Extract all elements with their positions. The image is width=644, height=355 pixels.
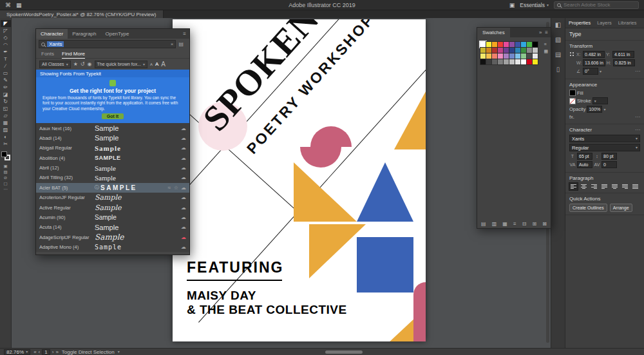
paintbrush-tool[interactable]: ✎ [1,77,11,84]
apple-menu-icon[interactable]: ⌘ [5,2,11,8]
panel-menu-icon[interactable]: ≡ [545,30,548,35]
arrange-button[interactable]: Arrange [610,204,632,212]
tab-paragraph[interactable]: Paragraph [68,29,100,39]
artboard-number-field[interactable]: 1 [42,349,50,355]
lasso-tool[interactable]: ◠ [1,41,11,48]
font-size-field[interactable]: 65 pt [577,153,592,160]
swatch-libraries-icon[interactable]: ▤ [481,221,486,227]
font-list-item[interactable]: Acumin (90)Sample☁ [36,213,189,222]
search-options-icon[interactable]: ▤ [178,41,187,47]
similar-fonts-icon[interactable]: ≈ [163,185,171,191]
swatch[interactable] [480,53,486,59]
swatch[interactable] [504,59,509,64]
font-list-item[interactable]: Adaptive Mono (4)Sample☁ [36,242,189,252]
direct-selection-tool[interactable]: ◸ [1,27,11,34]
h-field[interactable]: 0.825 in [613,59,635,66]
fill-swatch[interactable] [1,151,7,157]
artboard[interactable]: SPOKENWORD POETRY WORKSHOP FEATURING MAI… [173,19,426,341]
swatch[interactable] [533,42,538,47]
w-field[interactable]: 13.606 in [583,59,605,66]
rectangle-tool[interactable]: ▭ [1,70,11,77]
activate-font-icon[interactable]: ☁ [178,165,186,171]
blend-tool[interactable]: ◐ [1,133,11,140]
swatch-options-icon[interactable]: ≡ [513,221,516,227]
document-tab[interactable]: SpokenWordsPoetry_Poster.ai* @ 82.76% (C… [0,10,164,18]
tab-character[interactable]: Character [36,29,68,39]
app-grid-icon[interactable]: ▦ [16,2,22,8]
swatch[interactable] [486,53,491,59]
tracking-field[interactable]: 0 [601,161,617,168]
swatch[interactable] [521,42,526,47]
swatch[interactable] [504,42,509,47]
pen-tool[interactable]: ✒ [1,48,11,55]
activated-filter-icon[interactable]: ◉ [88,61,92,67]
more-options-icon[interactable]: ⋯ [635,114,640,120]
first-artboard-icon[interactable]: « [33,349,36,355]
more-options-icon[interactable]: ⋯ [635,68,640,74]
font-list-item[interactable]: Active RegularSample☁ [36,202,189,212]
clear-search-icon[interactable]: × [171,41,174,47]
swatch[interactable] [498,59,503,64]
activate-font-icon[interactable]: ☁ [178,224,186,230]
tab-fonts[interactable]: Fonts [41,50,54,59]
font-style-select[interactable]: Regular ▾ [569,144,640,151]
font-family-select[interactable]: Xants ▾ [569,135,640,142]
none-mode-icon[interactable]: ⊘ [1,175,11,180]
eraser-tool[interactable]: ◪ [1,91,11,98]
opacity-field[interactable]: 100% [587,106,602,113]
color-mode-icon[interactable]: ▣ [1,163,11,169]
fill-color-swatch[interactable] [569,90,576,96]
got-it-button[interactable]: Got It [102,113,124,119]
swatch[interactable] [521,53,526,59]
activate-font-icon[interactable]: ☁ [178,215,186,220]
font-list-item[interactable]: AcroterionJF RegularSample☁ [36,193,189,202]
font-list-item[interactable]: Acuta (14)Sample☁ [36,222,189,232]
tab-swatches[interactable]: Swatches [477,28,510,37]
activate-font-icon[interactable]: ☁ [178,185,186,191]
font-search-input[interactable]: Xants × [39,40,176,48]
tab-libraries[interactable]: Libraries [615,20,640,26]
swatch[interactable] [486,42,491,47]
align-right-button[interactable] [590,183,598,190]
sample-size-large-button[interactable]: A [161,61,166,68]
swatch[interactable] [492,48,497,53]
swatch[interactable] [509,42,515,47]
scissors-tool[interactable]: ✂ [1,140,11,148]
stroke-color-swatch[interactable] [569,98,576,104]
activate-font-icon[interactable]: ☁ [178,145,186,151]
delete-swatch-icon[interactable]: ⊠ [542,221,547,227]
more-options-icon[interactable]: ⋯ [635,127,640,133]
tab-opentype[interactable]: OpenType [100,29,133,39]
font-list-item[interactable]: Abigail RegularSample☁ [36,143,189,153]
reference-point-selector[interactable] [569,52,575,57]
swatch[interactable] [480,59,486,64]
sample-size-medium-button[interactable]: A [155,61,158,67]
font-info-icon[interactable]: ⓘ [95,184,99,191]
font-list-item[interactable]: Abril (12)Sample☁ [36,163,189,173]
recent-filter-icon[interactable]: ↺ [80,61,85,67]
type-tool[interactable]: T [1,55,11,62]
font-list-item[interactable]: Abadi (14)Sample☁ [36,133,189,143]
activate-font-icon[interactable]: ☁ [178,126,186,131]
swatch[interactable] [480,48,486,53]
font-list-item[interactable]: Abolition (4)SAMPLE☁ [36,153,189,162]
activate-font-icon[interactable]: ☁ [178,195,186,200]
selection-tool[interactable]: ◤ [1,20,11,27]
swatch[interactable] [486,59,491,64]
swatch[interactable] [521,59,526,64]
magic-wand-tool[interactable]: ◇ [1,34,11,41]
align-left-button[interactable] [569,183,578,190]
swatch[interactable] [533,48,538,53]
dock-color-guide-icon[interactable]: ▧ [555,36,561,43]
scale-tool[interactable]: ◱ [1,105,11,112]
swatch[interactable] [515,48,520,53]
swatch[interactable] [527,59,532,64]
activate-font-icon[interactable]: ☁ [178,205,186,211]
font-list-item[interactable]: AdageScriptJF RegularSample☁ [36,233,189,242]
align-justify-all-button[interactable] [631,183,639,190]
stroke-weight-field[interactable]: ▾ [592,97,608,104]
collapse-panel-icon[interactable]: » [539,30,542,35]
favorite-font-icon[interactable]: ☆ [171,185,178,191]
mesh-tool[interactable]: ▦ [1,119,11,126]
swatch[interactable] [486,48,491,53]
